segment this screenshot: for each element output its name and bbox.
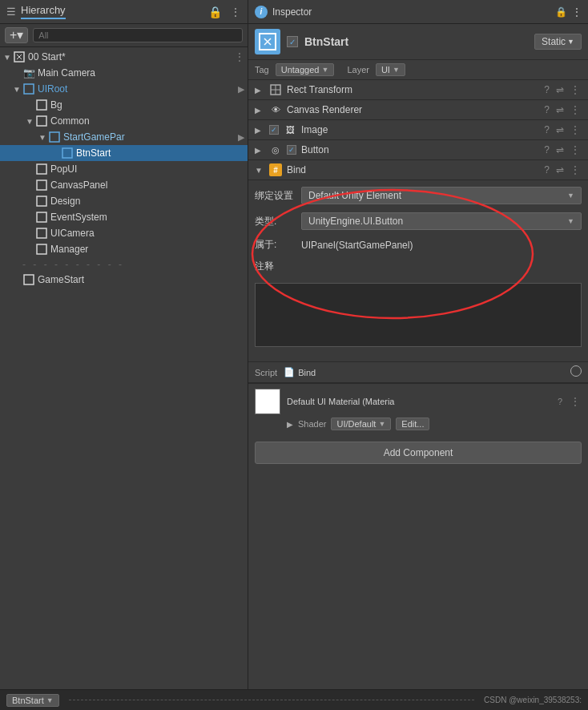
hierarchy-search-input[interactable] <box>33 28 243 42</box>
canvas-renderer-help-icon[interactable]: ? <box>542 104 551 115</box>
bind-type-arrow: ▼ <box>567 217 574 225</box>
shader-dropdown[interactable]: UI/Default ▼ <box>331 418 391 430</box>
status-object-arrow: ▼ <box>46 696 54 704</box>
bind-setting-value: Default Unity Element <box>308 190 401 201</box>
rect-transform-settings-icon[interactable]: ⇌ <box>554 84 566 95</box>
canvas-renderer-menu-icon[interactable]: ⋮ <box>569 104 582 115</box>
hierarchy-menu-icon[interactable]: ⋮ <box>230 6 241 18</box>
button-actions: ? ⇌ ⋮ <box>542 144 582 155</box>
bind-note-textarea[interactable] <box>255 283 582 347</box>
svg-rect-13 <box>37 244 46 254</box>
inspector-menu-icon[interactable]: ⋮ <box>572 6 582 18</box>
tree-item-uiroot[interactable]: ▼ UIRoot ▶ <box>0 81 248 97</box>
tree-item-maincamera[interactable]: 📷 Main Camera <box>0 65 248 81</box>
image-menu-icon[interactable]: ⋮ <box>569 124 582 135</box>
hierarchy-tab[interactable]: Hierarchy <box>21 4 66 19</box>
bind-settings-icon[interactable]: ⇌ <box>554 164 566 175</box>
bind-setting-dropdown[interactable]: Default Unity Element ▼ <box>301 187 582 204</box>
image-section: ▶ ✓ 🖼 Image ? ⇌ ⋮ <box>248 120 588 140</box>
rect-transform-menu-icon[interactable]: ⋮ <box>569 84 582 95</box>
button-settings-icon[interactable]: ⇌ <box>554 144 566 155</box>
svg-rect-9 <box>37 180 46 190</box>
inspector-tab[interactable]: Inspector <box>272 6 312 18</box>
tree-item-uicamera[interactable]: UICamera <box>0 225 248 241</box>
canvas-renderer-expand[interactable]: ▶ <box>255 106 264 115</box>
rect-transform-header[interactable]: ▶ Rect Transform ? ⇌ ⋮ <box>248 80 588 99</box>
canvas-renderer-name: Canvas Renderer <box>287 104 538 115</box>
tree-item-popui[interactable]: PopUI <box>0 161 248 177</box>
image-actions: ? ⇌ ⋮ <box>542 124 582 135</box>
object-large-icon <box>255 29 280 54</box>
rect-transform-help-icon[interactable]: ? <box>542 84 551 95</box>
button-expand[interactable]: ▶ <box>255 146 264 155</box>
static-dropdown-arrow: ▼ <box>567 38 574 46</box>
bind-type-dropdown[interactable]: UnityEngine.UI.Button ▼ <box>301 212 582 230</box>
tree-item-menu-00start[interactable]: ⋮ <box>235 51 244 63</box>
material-menu-icon[interactable]: ⋮ <box>569 396 582 407</box>
object-enabled-checkbox[interactable]: ✓ <box>287 36 298 47</box>
image-enabled-checkbox[interactable]: ✓ <box>269 125 279 135</box>
button-section: ▶ ◎ ✓ Button ? ⇌ ⋮ <box>248 140 588 160</box>
canvas-renderer-settings-icon[interactable]: ⇌ <box>554 104 566 115</box>
tree-item-label-uiroot: UIRoot <box>38 83 67 95</box>
bind-header[interactable]: ▼ # Bind ? ⇌ ⋮ <box>248 160 588 180</box>
rect-transform-expand[interactable]: ▶ <box>255 86 264 95</box>
expand-arrow-uiroot[interactable]: ▼ <box>13 85 22 94</box>
tree-item-bg[interactable]: Bg <box>0 97 248 113</box>
tree-item-eventsystem[interactable]: EventSystem <box>0 209 248 225</box>
inspector-scroll-area[interactable]: ✓ BtnStart Static ▼ Tag Untagged ▼ Layer… <box>248 24 588 689</box>
tree-item-label-popui: PopUI <box>50 163 77 175</box>
button-header[interactable]: ▶ ◎ ✓ Button ? ⇌ ⋮ <box>248 140 588 159</box>
bind-type-label: 类型: <box>255 215 295 228</box>
object-name-field[interactable]: BtnStart <box>304 35 528 48</box>
bind-expand[interactable]: ▼ <box>255 166 264 175</box>
tree-item-startgamepar[interactable]: ▼ StartGamePar ▶ <box>0 129 248 145</box>
bind-menu-icon[interactable]: ⋮ <box>569 164 582 175</box>
status-object-label: BtnStart <box>12 696 44 705</box>
hierarchy-list-icon: ☰ <box>6 6 16 18</box>
tree-item-btnstart[interactable]: BtnStart <box>0 145 248 161</box>
image-expand[interactable]: ▶ <box>255 126 264 135</box>
expand-arrow-common[interactable]: ▼ <box>26 117 35 126</box>
layer-dropdown[interactable]: UI ▼ <box>376 63 405 76</box>
button-help-icon[interactable]: ? <box>542 144 551 155</box>
tag-dropdown[interactable]: Untagged ▼ <box>276 63 335 76</box>
tree-item-gamestart[interactable]: GameStart <box>0 272 248 288</box>
button-enabled-checkbox[interactable]: ✓ <box>287 145 296 155</box>
tree-item-label-btnstart: BtnStart <box>76 147 111 159</box>
inspector-panel: i Inspector 🔒 ⋮ ✓ BtnStart Static ▼ Tag <box>248 0 588 689</box>
tree-item-00start[interactable]: ▼ 00 Start* ⋮ <box>0 49 248 65</box>
tree-item-canvaspanel[interactable]: CanvasPanel <box>0 177 248 193</box>
expand-arrow-startgamepar[interactable]: ▼ <box>38 133 48 142</box>
hierarchy-add-button[interactable]: +▾ <box>5 27 28 43</box>
shader-edit-button[interactable]: Edit... <box>396 418 429 430</box>
bind-section: ▼ # Bind ? ⇌ ⋮ <box>248 160 588 383</box>
tree-item-design[interactable]: Design <box>0 193 248 209</box>
shader-value: UI/Default <box>336 419 376 429</box>
expand-arrow-00start[interactable]: ▼ <box>3 53 13 62</box>
tree-item-manager[interactable]: Manager <box>0 241 248 257</box>
status-object-name[interactable]: BtnStart ▼ <box>6 694 59 707</box>
image-settings-icon[interactable]: ⇌ <box>554 124 566 135</box>
inspector-lock-icon[interactable]: 🔒 <box>555 6 567 18</box>
button-menu-icon[interactable]: ⋮ <box>569 144 582 155</box>
hierarchy-tree: ▼ 00 Start* ⋮ 📷 Main Camera ▼ UIRoot <box>0 47 248 689</box>
startgamepar-arrow: ▶ <box>238 132 244 143</box>
hierarchy-lock-icon[interactable]: 🔒 <box>208 6 222 18</box>
svg-rect-3 <box>24 84 34 94</box>
bind-help-icon[interactable]: ? <box>542 164 551 175</box>
shader-expand-arrow[interactable]: ▶ <box>287 420 293 429</box>
tag-value: Untagged <box>281 65 320 75</box>
image-header[interactable]: ▶ ✓ 🖼 Image ? ⇌ ⋮ <box>248 120 588 139</box>
canvas-renderer-header[interactable]: ▶ 👁 Canvas Renderer ? ⇌ ⋮ <box>248 100 588 119</box>
bind-belongs-label: 属于: <box>255 238 295 252</box>
tree-item-label-manager: Manager <box>50 244 88 255</box>
material-help-icon[interactable]: ? <box>558 397 562 406</box>
tag-dropdown-arrow: ▼ <box>321 66 328 74</box>
tree-item-common[interactable]: ▼ Common <box>0 113 248 129</box>
image-help-icon[interactable]: ? <box>542 124 551 135</box>
image-name: Image <box>301 124 538 135</box>
add-component-button[interactable]: Add Component <box>255 442 582 464</box>
static-button[interactable]: Static ▼ <box>534 34 582 50</box>
cube-icon-popui <box>35 163 48 175</box>
